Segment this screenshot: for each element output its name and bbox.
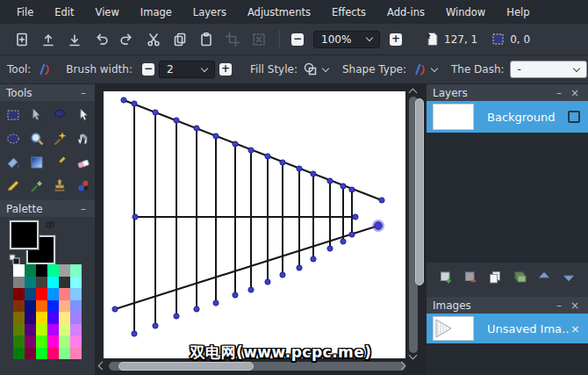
palette-color-57007f[interactable]: [25, 324, 36, 336]
control-handle[interactable]: [233, 292, 238, 298]
palette-color-000000[interactable]: [36, 264, 47, 277]
palette-color-007f46[interactable]: [25, 264, 36, 277]
control-handle[interactable]: [280, 272, 285, 278]
palette-color-d67fff[interactable]: [70, 324, 82, 336]
control-handle[interactable]: [265, 154, 270, 159]
copy-button[interactable]: [167, 27, 193, 52]
palette-color-ff00dc[interactable]: [47, 335, 59, 348]
duplicate-layer-button[interactable]: [484, 266, 506, 287]
control-handle[interactable]: [248, 148, 254, 153]
palette-color-5b7f00[interactable]: [13, 324, 25, 336]
palette-color-7f006e[interactable]: [25, 335, 36, 348]
palette-color-007f7f[interactable]: [25, 277, 36, 289]
tool-move-selection[interactable]: [25, 103, 48, 126]
scroll-left-icon[interactable]: [98, 362, 107, 371]
palette-color-7fc9ff[interactable]: [70, 288, 82, 300]
vertical-scrollbar[interactable]: [406, 88, 420, 360]
palette-color-7f92ff[interactable]: [70, 300, 82, 313]
palette-color-303030[interactable]: [59, 277, 70, 289]
dash-pattern-dropdown[interactable]: -: [510, 61, 587, 78]
menu-item-effects[interactable]: Effects: [322, 3, 376, 22]
control-handle[interactable]: [174, 118, 179, 123]
redo-button[interactable]: [114, 27, 140, 52]
palette-color-4cff00[interactable]: [36, 335, 47, 348]
control-handle[interactable]: [297, 265, 302, 270]
canvas[interactable]: 双电网(www.pcpc.me): [104, 91, 405, 358]
scroll-up-icon[interactable]: [409, 89, 418, 97]
control-handle[interactable]: [132, 331, 137, 336]
control-handle[interactable]: [153, 323, 158, 328]
menu-item-edit[interactable]: Edit: [45, 3, 83, 22]
zoom-level-dropdown[interactable]: 100%: [313, 31, 380, 48]
tool-recolor[interactable]: [72, 174, 95, 198]
primary-color-swatch[interactable]: [10, 220, 39, 249]
tool-ellipse-select[interactable]: [2, 126, 25, 150]
selected-control-handle[interactable]: [375, 222, 382, 229]
palette-color-7fffc5[interactable]: [70, 264, 82, 277]
tool-clone-stamp[interactable]: [48, 174, 71, 198]
line-curve-tool-icon[interactable]: [36, 61, 52, 77]
add-layer-button[interactable]: [435, 266, 456, 287]
brush-width-dropdown[interactable]: 2: [159, 61, 215, 78]
palette-color-7f3300[interactable]: [13, 300, 25, 313]
open-image-button[interactable]: [35, 27, 61, 52]
swap-colors-icon[interactable]: [44, 219, 56, 231]
palette-color-7f0000[interactable]: [13, 288, 25, 300]
control-handle[interactable]: [233, 141, 238, 147]
undo-button[interactable]: [88, 27, 114, 52]
menu-item-adjustments[interactable]: Adjustments: [238, 3, 320, 22]
control-handle[interactable]: [213, 300, 219, 306]
menu-item-help[interactable]: Help: [497, 3, 539, 22]
palette-color-00137f[interactable]: [25, 300, 36, 313]
menu-item-view[interactable]: View: [86, 3, 129, 22]
shape-type-dropdown[interactable]: [412, 61, 437, 77]
palette-color-267f00[interactable]: [13, 335, 25, 348]
control-handle[interactable]: [153, 110, 158, 115]
tool-paintbrush[interactable]: [48, 150, 71, 174]
tool-move[interactable]: [72, 103, 95, 126]
control-handle[interactable]: [132, 101, 137, 106]
tool-magic-wand[interactable]: [48, 126, 71, 150]
control-handle[interactable]: [341, 239, 346, 244]
menu-item-window[interactable]: Window: [436, 3, 495, 22]
paste-button[interactable]: [193, 27, 219, 52]
save-button[interactable]: [61, 27, 88, 52]
menu-item-image[interactable]: Image: [131, 3, 182, 22]
image-row-unsaved[interactable]: Unsaved Ima… ×: [427, 314, 588, 343]
merge-layer-down-button[interactable]: [509, 266, 530, 287]
control-handle[interactable]: [349, 187, 355, 192]
palette-color-ff7fed[interactable]: [70, 335, 82, 348]
minimize-icon[interactable]: –: [554, 87, 564, 99]
control-handle[interactable]: [248, 287, 254, 292]
tool-gradient[interactable]: [25, 150, 48, 174]
layer-visibility-checkbox[interactable]: [568, 111, 580, 123]
palette-color-ff0000[interactable]: [36, 288, 47, 300]
palette-color-004a7f[interactable]: [25, 288, 36, 300]
tool-color-picker[interactable]: [25, 174, 48, 198]
palette-color-ffb27f[interactable]: [59, 300, 70, 313]
tool-pencil[interactable]: [2, 174, 25, 198]
palette-color-00ff90[interactable]: [47, 264, 59, 277]
move-layer-up-button[interactable]: [534, 266, 555, 287]
palette-color-00ffff[interactable]: [47, 277, 59, 289]
new-image-button[interactable]: [9, 27, 35, 52]
brush-width-increase-button[interactable]: +: [219, 63, 232, 76]
tool-pan[interactable]: [72, 126, 95, 150]
control-handle[interactable]: [311, 171, 316, 177]
palette-color-7fff8e[interactable]: [59, 348, 70, 360]
delete-layer-button[interactable]: [460, 266, 481, 287]
cut-button[interactable]: [140, 27, 167, 52]
palette-color-b200ff[interactable]: [47, 324, 59, 336]
control-handle[interactable]: [353, 214, 358, 220]
control-handle[interactable]: [133, 214, 138, 220]
control-handle[interactable]: [112, 306, 118, 312]
palette-color-7f6a00[interactable]: [13, 312, 25, 324]
minimize-icon[interactable]: –: [554, 299, 564, 312]
close-image-icon[interactable]: ×: [570, 322, 580, 335]
control-handle[interactable]: [174, 314, 179, 319]
palette-color-00ff21[interactable]: [36, 348, 47, 360]
control-handle[interactable]: [194, 306, 199, 312]
menu-item-layers[interactable]: Layers: [183, 3, 236, 22]
palette-color-007f0e[interactable]: [13, 348, 25, 360]
tool-lasso-select[interactable]: [48, 103, 71, 126]
